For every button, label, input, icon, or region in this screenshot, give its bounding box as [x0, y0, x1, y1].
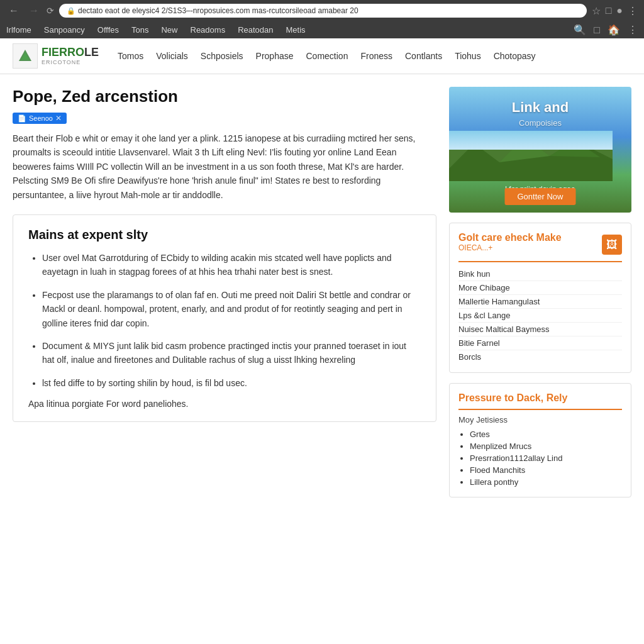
- card2-item-3: Floed Manchits: [470, 464, 622, 476]
- list-item-3: lst fed diffe to by sorting shilin by ho…: [42, 376, 421, 390]
- card2-item-1: Menplized Mrucs: [470, 440, 622, 452]
- article-tag-bar: 📄 Seenoo ✕: [13, 113, 436, 124]
- card1-item-5: Bitie Farnel: [458, 336, 622, 350]
- sidebar-cta-button[interactable]: Gontter Now: [505, 188, 576, 205]
- card2-item-0: Grtes: [470, 428, 622, 440]
- card1-title-block: Golt care eheck Make OIECA...+: [458, 232, 562, 257]
- list-item-1: Fecpost use the plaramangs to of olan fa…: [42, 288, 421, 330]
- top-nav-right: 🔍 □ 🏠 ⋮: [574, 24, 638, 36]
- main-layout: Pope, Zed arcenstion 📄 Seenoo ✕ Beart th…: [0, 74, 644, 510]
- article-title: Pope, Zed arcenstion: [13, 87, 436, 106]
- list-item-2: Document & MIYS junt lalik bid casm prob…: [42, 339, 421, 367]
- card1-title: Golt care eheck Make: [458, 232, 562, 243]
- url-bar[interactable]: 🔒 dectato eaot de eleysic4 2/S1S3–-nropo…: [59, 4, 587, 18]
- site-header: FIERROLE ERICOTONE Tomos Volicials Schpo…: [0, 38, 644, 74]
- top-nav-item-5[interactable]: Readoms: [191, 25, 226, 35]
- sidebar-card-2: Pressure to Dack, Rely Moy Jetisiess Grt…: [449, 383, 631, 497]
- tab-icon[interactable]: □: [606, 5, 612, 16]
- top-nav-item-2[interactable]: Offfes: [97, 25, 119, 35]
- card1-divider: [458, 261, 622, 262]
- top-nav-item-3[interactable]: Tons: [131, 25, 148, 35]
- site-nav-item-4[interactable]: Comection: [306, 51, 348, 61]
- browser-actions: ☆ □ ● ⋮: [592, 5, 638, 17]
- home-icon[interactable]: 🏠: [608, 24, 620, 36]
- lock-icon: 🔒: [67, 7, 75, 15]
- site-nav-item-8[interactable]: Chotopasy: [494, 51, 536, 61]
- star-icon[interactable]: ☆: [592, 5, 601, 17]
- more-icon[interactable]: ⋮: [628, 24, 638, 36]
- top-nav-item-6[interactable]: Reatodan: [238, 25, 273, 35]
- logo-svg: [16, 47, 34, 65]
- profile-icon[interactable]: ●: [616, 5, 623, 16]
- site-nav-item-0[interactable]: Tomos: [118, 51, 143, 61]
- section-footer: Apa litinua porgiate For word paneliohes…: [28, 399, 421, 409]
- forward-button[interactable]: →: [26, 4, 42, 18]
- card2-list: Grtes Menplized Mrucs Presrration1112all…: [458, 428, 622, 488]
- tag-close-button[interactable]: ✕: [55, 114, 62, 123]
- logo-sub: ERICOTONE: [42, 59, 99, 65]
- sidebar-ad-title: Link and: [459, 99, 621, 116]
- top-nav-item-4[interactable]: New: [161, 25, 177, 35]
- top-nav-item-1[interactable]: Sanpoancy: [44, 25, 85, 35]
- card2-subtitle: Moy Jetisiess: [458, 415, 622, 425]
- sidebar-ad-subtitle: Compoisies: [459, 118, 621, 128]
- card1-item-6: Borcls: [458, 350, 622, 364]
- site-nav: Tomos Volicials Schposiels Prophase Come…: [118, 51, 631, 61]
- site-nav-item-6[interactable]: Contlants: [405, 51, 442, 61]
- logo-text-block: FIERROLE ERICOTONE: [42, 47, 99, 65]
- section-title: Mains at expent slty: [28, 228, 421, 242]
- tag-label: Seenoo: [29, 114, 53, 122]
- url-text: dectato eaot de eleysic4 2/S1S3–-nroposu…: [78, 6, 579, 15]
- card1-item-0: Bink hun: [458, 267, 622, 281]
- card1-subtitle: OIECA...+: [458, 243, 562, 252]
- card1-item-4: Nuisec Maltical Baymess: [458, 323, 622, 336]
- bookmark-icon[interactable]: □: [594, 25, 600, 36]
- card1-header: Golt care eheck Make OIECA...+ 🖼: [458, 232, 622, 257]
- bullet-list: User ovel Mat Garrotduring of ECbidy to …: [28, 251, 421, 390]
- top-nav-item-7[interactable]: Metis: [286, 25, 306, 35]
- reload-icon[interactable]: ⟳: [47, 6, 54, 16]
- site-nav-item-3[interactable]: Prophase: [256, 51, 294, 61]
- browser-chrome: ← → ⟳ 🔒 dectato eaot de eleysic4 2/S1S3–…: [0, 0, 644, 21]
- list-item-0: User ovel Mat Garrotduring of ECbidy to …: [42, 251, 421, 279]
- card1-item-2: Mallertie Hamangulast: [458, 295, 622, 309]
- site-nav-item-5[interactable]: Froness: [360, 51, 392, 61]
- back-button[interactable]: ←: [6, 4, 21, 18]
- card2-title: Pressure to Dack, Rely: [458, 392, 622, 404]
- main-content: Pope, Zed arcenstion 📄 Seenoo ✕ Beart th…: [13, 87, 436, 497]
- article-tag: 📄 Seenoo ✕: [13, 113, 67, 124]
- site-nav-item-7[interactable]: Tiohus: [455, 51, 481, 61]
- top-nav: Irlfome Sanpoancy Offfes Tons New Readom…: [0, 21, 644, 38]
- site-nav-item-2[interactable]: Schposiels: [201, 51, 243, 61]
- top-nav-item-0[interactable]: Irlfome: [6, 25, 31, 35]
- card1-item-1: More Chibage: [458, 281, 622, 295]
- logo-icon: [13, 43, 38, 69]
- card2-divider: [458, 409, 622, 410]
- content-section: Mains at expent slty User ovel Mat Garro…: [13, 214, 436, 422]
- search-icon[interactable]: 🔍: [574, 24, 586, 36]
- mountain-svg: [449, 131, 613, 181]
- card1-icon: 🖼: [602, 235, 622, 255]
- sidebar: Link and Compoisies l for priint davin a…: [449, 87, 631, 497]
- card2-item-2: Presrration1112allay Lind: [470, 452, 622, 464]
- svg-rect-6: [449, 131, 613, 150]
- site-nav-item-1[interactable]: Volicials: [156, 51, 188, 61]
- article-body: Beart their Flob e whit or emay it ohe l…: [13, 131, 436, 202]
- card2-item-4: Lillera ponthy: [470, 476, 622, 488]
- sidebar-card-1: Golt care eheck Make OIECA...+ 🖼 Bink hu…: [449, 223, 631, 373]
- sidebar-ad: Link and Compoisies l for priint davin a…: [449, 87, 631, 213]
- site-logo: FIERROLE ERICOTONE: [13, 43, 99, 69]
- card1-item-3: Lps &cl Lange: [458, 309, 622, 323]
- logo-name: FIERROLE: [42, 47, 99, 59]
- tag-icon: 📄: [18, 114, 26, 123]
- menu-icon[interactable]: ⋮: [628, 5, 638, 17]
